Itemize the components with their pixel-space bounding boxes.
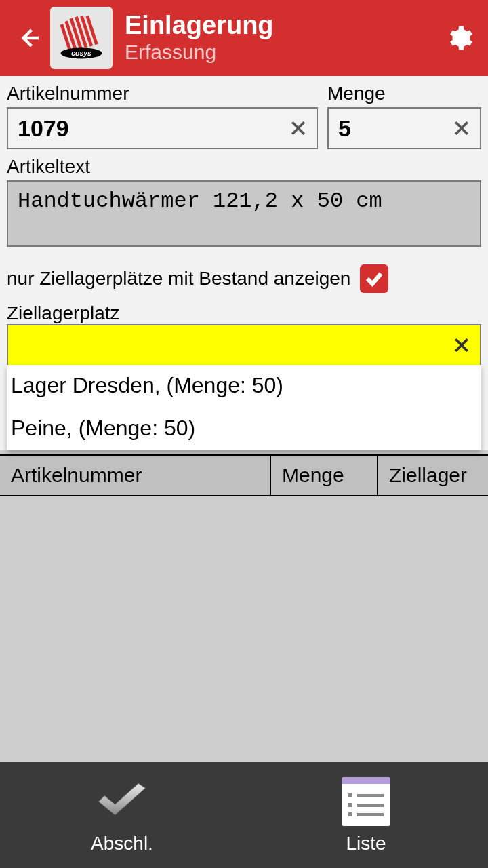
abschl-button[interactable]: Abschl. [0,762,244,868]
artikeltext-display: Handtuchwärmer 121,2 x 50 cm [7,180,481,247]
app-logo: cosys [50,7,113,69]
clear-artikelnummer-icon[interactable] [285,115,311,141]
menge-input[interactable]: 5 [327,107,481,149]
checkmark-icon [93,776,151,827]
form-area: Artikelnummer 1079 Menge 5 A [0,76,488,450]
artikelnummer-label: Artikelnummer [7,83,318,104]
artikelnummer-value: 1079 [18,115,285,142]
settings-button[interactable] [443,22,474,54]
svg-text:cosys: cosys [71,50,92,57]
ziellagerplatz-label: Ziellagerplatz [7,302,481,324]
table-body [0,496,488,762]
menge-value: 5 [338,115,449,142]
back-arrow-icon[interactable] [14,23,43,53]
ziellagerplatz-dropdown: Lager Dresden, (Menge: 50) Peine, (Menge… [7,365,481,450]
clear-menge-icon[interactable] [449,115,474,141]
artikeltext-label: Artikeltext [7,156,481,178]
bottom-bar: Abschl. Liste [0,762,488,868]
table-col-artikelnummer: Artikelnummer [0,456,271,495]
abschl-label: Abschl. [91,833,153,854]
app-header: cosys Einlagerung Erfassung [0,0,488,76]
clear-ziellagerplatz-icon[interactable] [449,332,474,358]
filter-checkbox[interactable] [360,264,388,293]
dropdown-item[interactable]: Peine, (Menge: 50) [7,408,481,450]
page-title: Einlagerung [125,12,443,39]
ziellagerplatz-input[interactable] [7,324,481,365]
dropdown-item[interactable]: Lager Dresden, (Menge: 50) [7,365,481,408]
title-block: Einlagerung Erfassung [125,12,443,64]
menge-label: Menge [327,83,481,104]
liste-label: Liste [346,833,386,854]
liste-button[interactable]: Liste [244,762,488,868]
page-subtitle: Erfassung [125,41,443,64]
table-header: Artikelnummer Menge Ziellager [0,454,488,496]
artikelnummer-input[interactable]: 1079 [7,107,318,149]
table-col-menge: Menge [271,456,378,495]
table-col-ziellager: Ziellager [378,456,488,495]
filter-checkbox-label: nur Ziellagerplätze mit Bestand anzeigen [7,268,350,290]
list-icon [337,776,395,827]
